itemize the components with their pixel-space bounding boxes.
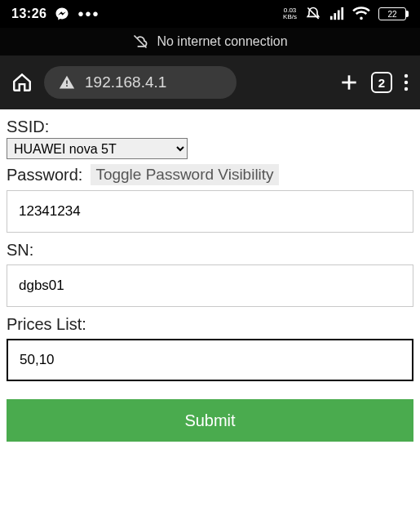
data-speed: 0.03 KB/s	[283, 7, 297, 20]
svg-rect-3	[338, 11, 340, 20]
mute-icon	[305, 6, 321, 22]
address-bar[interactable]: 192.168.4.1	[44, 66, 237, 99]
status-bar: 13:26 ••• 0.03 KB/s 22	[0, 0, 420, 28]
sn-label: SN:	[7, 241, 413, 260]
url-text: 192.168.4.1	[85, 73, 166, 91]
submit-button[interactable]: Submit	[7, 399, 413, 442]
battery-indicator: 22	[378, 7, 409, 20]
toggle-password-button[interactable]: Toggle Password Visibility	[91, 164, 278, 185]
data-speed-unit: KB/s	[283, 14, 297, 20]
no-internet-text: No internet connection	[157, 34, 287, 49]
svg-rect-4	[341, 7, 343, 20]
svg-point-8	[405, 81, 408, 84]
svg-rect-2	[334, 13, 336, 20]
cloud-off-icon	[132, 33, 148, 50]
sn-input[interactable]	[7, 264, 413, 307]
tab-count-button[interactable]: 2	[371, 72, 392, 93]
wifi-icon	[352, 7, 370, 21]
status-left: 13:26 •••	[11, 7, 99, 21]
status-right: 0.03 KB/s 22	[283, 6, 409, 22]
battery-percent: 22	[387, 10, 396, 19]
password-input[interactable]	[7, 190, 413, 233]
status-clock: 13:26	[11, 7, 46, 21]
no-internet-banner: No internet connection	[0, 28, 420, 56]
new-tab-icon[interactable]	[338, 72, 360, 93]
svg-point-9	[405, 87, 408, 91]
menu-icon[interactable]	[404, 73, 409, 92]
prices-label: Prices List:	[7, 315, 413, 334]
signal-icon	[329, 7, 344, 21]
messenger-icon	[55, 7, 69, 21]
page-content: SSID: HUAWEI nova 5T Password: Toggle Pa…	[0, 109, 420, 442]
ssid-select[interactable]: HUAWEI nova 5T	[7, 138, 188, 159]
home-icon[interactable]	[11, 72, 33, 93]
not-secure-icon	[59, 74, 75, 91]
tab-count-value: 2	[378, 76, 385, 90]
password-label: Password:	[7, 166, 82, 184]
browser-toolbar: 192.168.4.1 2	[0, 56, 420, 109]
svg-rect-1	[330, 16, 333, 20]
svg-point-7	[405, 74, 408, 78]
ssid-label: SSID:	[7, 118, 413, 136]
prices-input[interactable]	[7, 339, 413, 381]
